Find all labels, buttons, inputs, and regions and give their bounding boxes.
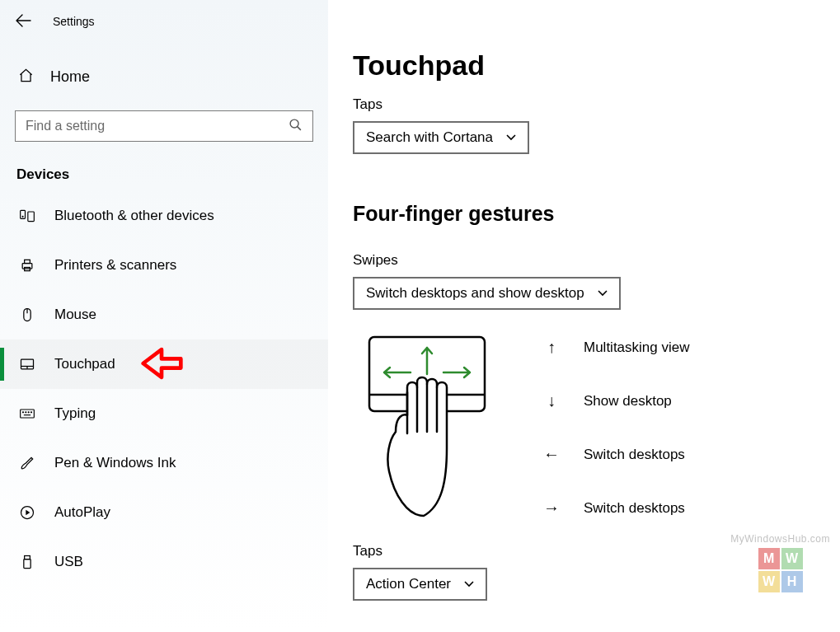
legend-item-left: ← Switch desktops <box>542 445 690 464</box>
sidebar-item-label: Pen & Windows Ink <box>54 455 176 471</box>
svg-point-0 <box>290 119 298 128</box>
sidebar-item-bluetooth[interactable]: Bluetooth & other devices <box>0 191 328 241</box>
keyboard-icon <box>18 405 36 422</box>
autoplay-icon <box>18 504 36 521</box>
svg-marker-19 <box>26 510 30 516</box>
settings-sidebar: Settings Home Devices Bluetooth & ot <box>0 0 328 632</box>
chevron-down-icon <box>464 578 474 590</box>
mouse-icon <box>18 307 36 323</box>
svg-point-16 <box>31 412 32 413</box>
watermark: MyWindowsHub.com M W W H <box>730 533 830 592</box>
svg-point-13 <box>23 412 24 413</box>
usb-icon <box>18 554 36 570</box>
back-button[interactable] <box>15 13 31 30</box>
home-icon <box>18 68 34 86</box>
arrow-up-icon: ↑ <box>542 338 561 357</box>
sidebar-item-label: Typing <box>54 405 96 422</box>
svg-rect-12 <box>21 410 35 418</box>
svg-rect-4 <box>22 264 32 269</box>
svg-point-15 <box>28 412 29 413</box>
sidebar-item-label: USB <box>54 554 83 570</box>
arrow-down-icon: ↓ <box>542 391 561 410</box>
dropdown-value: Switch desktops and show desktop <box>366 285 584 302</box>
svg-point-3 <box>22 216 23 217</box>
app-title: Settings <box>53 15 95 28</box>
svg-rect-21 <box>24 559 31 569</box>
search-icon <box>289 118 303 134</box>
svg-point-14 <box>26 412 26 413</box>
sidebar-item-printers[interactable]: Printers & scanners <box>0 241 328 290</box>
taps-label: Taps <box>353 96 840 113</box>
legend-label: Show desktop <box>584 393 672 410</box>
sidebar-nav-list: Bluetooth & other devices Printers & sca… <box>0 191 328 587</box>
arrow-right-icon: → <box>542 499 561 517</box>
chevron-down-icon <box>506 132 516 143</box>
arrow-left-icon: ← <box>542 445 561 464</box>
sidebar-item-label: Touchpad <box>54 356 115 372</box>
dropdown-value: Search with Cortana <box>366 129 493 146</box>
annotation-arrow-icon <box>138 344 185 385</box>
sidebar-item-usb[interactable]: USB <box>0 537 328 587</box>
svg-rect-5 <box>25 260 31 263</box>
page-title: Touchpad <box>353 49 840 82</box>
watermark-text: MyWindowsHub.com <box>730 533 830 545</box>
swipes-dropdown[interactable]: Switch desktops and show desktop <box>353 277 621 310</box>
legend-label: Multitasking view <box>584 339 690 356</box>
search-box[interactable] <box>15 110 313 142</box>
svg-rect-2 <box>28 212 35 222</box>
gesture-legend: ↑ Multitasking view ↓ Show desktop ← Swi… <box>542 333 690 517</box>
chevron-down-icon <box>598 288 608 299</box>
touchpad-icon <box>18 356 36 372</box>
sidebar-item-label: Printers & scanners <box>54 257 176 274</box>
sidebar-item-pen[interactable]: Pen & Windows Ink <box>0 438 328 488</box>
pen-icon <box>18 455 36 471</box>
dropdown-value: Action Center <box>366 576 451 592</box>
sidebar-item-label: Mouse <box>54 307 96 323</box>
legend-item-up: ↑ Multitasking view <box>542 338 690 357</box>
legend-item-down: ↓ Show desktop <box>542 391 690 410</box>
legend-label: Switch desktops <box>584 500 685 517</box>
category-heading: Devices <box>0 142 328 191</box>
search-input[interactable] <box>26 119 289 133</box>
section-heading-four-finger: Four-finger gestures <box>353 202 840 226</box>
sidebar-item-label: AutoPlay <box>54 504 110 521</box>
main-panel: Touchpad Taps Search with Cortana Four-f… <box>328 0 840 632</box>
sidebar-item-autoplay[interactable]: AutoPlay <box>0 488 328 537</box>
sidebar-item-typing[interactable]: Typing <box>0 389 328 438</box>
taps-dropdown[interactable]: Search with Cortana <box>353 121 529 154</box>
bluetooth-devices-icon <box>18 208 36 224</box>
legend-label: Switch desktops <box>584 447 685 463</box>
taps2-dropdown[interactable]: Action Center <box>353 568 487 601</box>
legend-item-right: → Switch desktops <box>542 499 690 517</box>
swipes-label: Swipes <box>353 252 840 269</box>
watermark-logo: M W W H <box>758 548 803 592</box>
sidebar-item-mouse[interactable]: Mouse <box>0 290 328 339</box>
home-nav[interactable]: Home <box>0 36 328 89</box>
sidebar-item-label: Bluetooth & other devices <box>54 208 214 224</box>
printer-icon <box>18 257 36 274</box>
gesture-illustration <box>353 333 501 525</box>
home-label: Home <box>50 68 90 86</box>
